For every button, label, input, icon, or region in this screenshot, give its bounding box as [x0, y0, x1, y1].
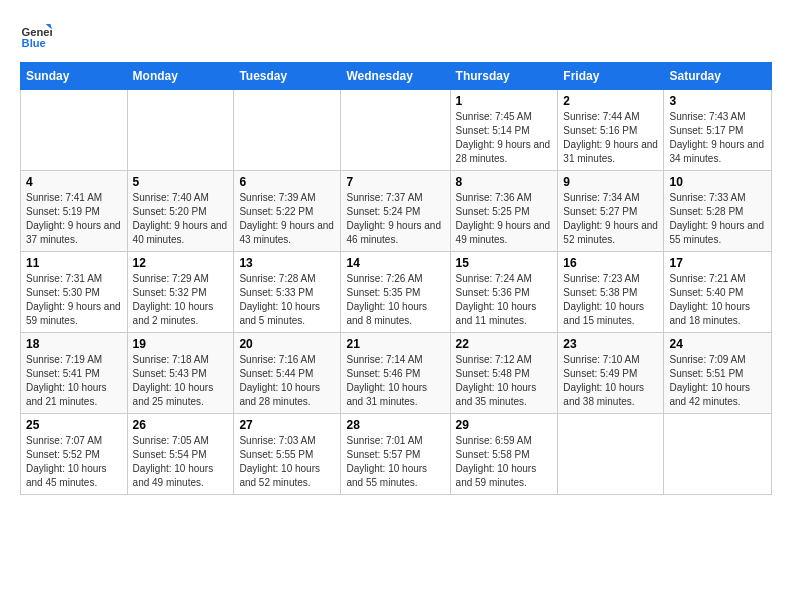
day-cell: 17Sunrise: 7:21 AMSunset: 5:40 PMDayligh… — [664, 252, 772, 333]
day-info: Sunrise: 7:29 AMSunset: 5:32 PMDaylight:… — [133, 272, 229, 328]
day-cell: 26Sunrise: 7:05 AMSunset: 5:54 PMDayligh… — [127, 414, 234, 495]
day-cell: 7Sunrise: 7:37 AMSunset: 5:24 PMDaylight… — [341, 171, 450, 252]
week-row-2: 4Sunrise: 7:41 AMSunset: 5:19 PMDaylight… — [21, 171, 772, 252]
day-cell: 1Sunrise: 7:45 AMSunset: 5:14 PMDaylight… — [450, 90, 558, 171]
day-info: Sunrise: 7:41 AMSunset: 5:19 PMDaylight:… — [26, 191, 122, 247]
day-cell — [341, 90, 450, 171]
day-info: Sunrise: 7:09 AMSunset: 5:51 PMDaylight:… — [669, 353, 766, 409]
day-cell — [664, 414, 772, 495]
day-cell: 13Sunrise: 7:28 AMSunset: 5:33 PMDayligh… — [234, 252, 341, 333]
day-info: Sunrise: 7:23 AMSunset: 5:38 PMDaylight:… — [563, 272, 658, 328]
day-info: Sunrise: 7:31 AMSunset: 5:30 PMDaylight:… — [26, 272, 122, 328]
day-number: 26 — [133, 418, 229, 432]
week-row-4: 18Sunrise: 7:19 AMSunset: 5:41 PMDayligh… — [21, 333, 772, 414]
day-cell: 9Sunrise: 7:34 AMSunset: 5:27 PMDaylight… — [558, 171, 664, 252]
day-info: Sunrise: 7:19 AMSunset: 5:41 PMDaylight:… — [26, 353, 122, 409]
day-number: 19 — [133, 337, 229, 351]
header-cell-sunday: Sunday — [21, 63, 128, 90]
header-row: SundayMondayTuesdayWednesdayThursdayFrid… — [21, 63, 772, 90]
week-row-3: 11Sunrise: 7:31 AMSunset: 5:30 PMDayligh… — [21, 252, 772, 333]
week-row-1: 1Sunrise: 7:45 AMSunset: 5:14 PMDaylight… — [21, 90, 772, 171]
day-number: 11 — [26, 256, 122, 270]
day-number: 7 — [346, 175, 444, 189]
calendar-body: 1Sunrise: 7:45 AMSunset: 5:14 PMDaylight… — [21, 90, 772, 495]
day-number: 2 — [563, 94, 658, 108]
day-cell: 18Sunrise: 7:19 AMSunset: 5:41 PMDayligh… — [21, 333, 128, 414]
calendar-table: SundayMondayTuesdayWednesdayThursdayFrid… — [20, 62, 772, 495]
day-cell: 15Sunrise: 7:24 AMSunset: 5:36 PMDayligh… — [450, 252, 558, 333]
page-header: General Blue — [20, 20, 772, 52]
day-cell: 28Sunrise: 7:01 AMSunset: 5:57 PMDayligh… — [341, 414, 450, 495]
day-info: Sunrise: 7:43 AMSunset: 5:17 PMDaylight:… — [669, 110, 766, 166]
day-info: Sunrise: 6:59 AMSunset: 5:58 PMDaylight:… — [456, 434, 553, 490]
day-info: Sunrise: 7:12 AMSunset: 5:48 PMDaylight:… — [456, 353, 553, 409]
day-cell: 14Sunrise: 7:26 AMSunset: 5:35 PMDayligh… — [341, 252, 450, 333]
svg-text:Blue: Blue — [22, 37, 46, 49]
day-number: 8 — [456, 175, 553, 189]
day-cell: 11Sunrise: 7:31 AMSunset: 5:30 PMDayligh… — [21, 252, 128, 333]
day-cell: 20Sunrise: 7:16 AMSunset: 5:44 PMDayligh… — [234, 333, 341, 414]
header-cell-wednesday: Wednesday — [341, 63, 450, 90]
day-number: 21 — [346, 337, 444, 351]
day-cell — [21, 90, 128, 171]
day-info: Sunrise: 7:44 AMSunset: 5:16 PMDaylight:… — [563, 110, 658, 166]
day-number: 15 — [456, 256, 553, 270]
logo: General Blue — [20, 20, 56, 52]
day-info: Sunrise: 7:40 AMSunset: 5:20 PMDaylight:… — [133, 191, 229, 247]
day-number: 29 — [456, 418, 553, 432]
day-info: Sunrise: 7:18 AMSunset: 5:43 PMDaylight:… — [133, 353, 229, 409]
day-cell — [558, 414, 664, 495]
header-cell-tuesday: Tuesday — [234, 63, 341, 90]
day-number: 4 — [26, 175, 122, 189]
day-number: 24 — [669, 337, 766, 351]
day-cell: 19Sunrise: 7:18 AMSunset: 5:43 PMDayligh… — [127, 333, 234, 414]
day-info: Sunrise: 7:03 AMSunset: 5:55 PMDaylight:… — [239, 434, 335, 490]
day-cell: 16Sunrise: 7:23 AMSunset: 5:38 PMDayligh… — [558, 252, 664, 333]
header-cell-thursday: Thursday — [450, 63, 558, 90]
day-info: Sunrise: 7:28 AMSunset: 5:33 PMDaylight:… — [239, 272, 335, 328]
day-cell: 21Sunrise: 7:14 AMSunset: 5:46 PMDayligh… — [341, 333, 450, 414]
day-info: Sunrise: 7:26 AMSunset: 5:35 PMDaylight:… — [346, 272, 444, 328]
day-number: 22 — [456, 337, 553, 351]
day-cell: 5Sunrise: 7:40 AMSunset: 5:20 PMDaylight… — [127, 171, 234, 252]
day-info: Sunrise: 7:39 AMSunset: 5:22 PMDaylight:… — [239, 191, 335, 247]
header-cell-monday: Monday — [127, 63, 234, 90]
day-cell: 25Sunrise: 7:07 AMSunset: 5:52 PMDayligh… — [21, 414, 128, 495]
day-cell: 12Sunrise: 7:29 AMSunset: 5:32 PMDayligh… — [127, 252, 234, 333]
day-cell: 2Sunrise: 7:44 AMSunset: 5:16 PMDaylight… — [558, 90, 664, 171]
day-info: Sunrise: 7:37 AMSunset: 5:24 PMDaylight:… — [346, 191, 444, 247]
day-cell: 6Sunrise: 7:39 AMSunset: 5:22 PMDaylight… — [234, 171, 341, 252]
day-cell: 29Sunrise: 6:59 AMSunset: 5:58 PMDayligh… — [450, 414, 558, 495]
week-row-5: 25Sunrise: 7:07 AMSunset: 5:52 PMDayligh… — [21, 414, 772, 495]
day-info: Sunrise: 7:33 AMSunset: 5:28 PMDaylight:… — [669, 191, 766, 247]
day-cell: 8Sunrise: 7:36 AMSunset: 5:25 PMDaylight… — [450, 171, 558, 252]
day-cell: 3Sunrise: 7:43 AMSunset: 5:17 PMDaylight… — [664, 90, 772, 171]
day-cell: 4Sunrise: 7:41 AMSunset: 5:19 PMDaylight… — [21, 171, 128, 252]
svg-text:General: General — [22, 26, 52, 38]
day-number: 28 — [346, 418, 444, 432]
day-info: Sunrise: 7:05 AMSunset: 5:54 PMDaylight:… — [133, 434, 229, 490]
day-number: 23 — [563, 337, 658, 351]
day-info: Sunrise: 7:16 AMSunset: 5:44 PMDaylight:… — [239, 353, 335, 409]
day-info: Sunrise: 7:07 AMSunset: 5:52 PMDaylight:… — [26, 434, 122, 490]
day-number: 6 — [239, 175, 335, 189]
day-info: Sunrise: 7:34 AMSunset: 5:27 PMDaylight:… — [563, 191, 658, 247]
day-info: Sunrise: 7:10 AMSunset: 5:49 PMDaylight:… — [563, 353, 658, 409]
header-cell-friday: Friday — [558, 63, 664, 90]
day-number: 17 — [669, 256, 766, 270]
day-cell: 10Sunrise: 7:33 AMSunset: 5:28 PMDayligh… — [664, 171, 772, 252]
calendar-header: SundayMondayTuesdayWednesdayThursdayFrid… — [21, 63, 772, 90]
day-info: Sunrise: 7:21 AMSunset: 5:40 PMDaylight:… — [669, 272, 766, 328]
day-number: 18 — [26, 337, 122, 351]
day-cell: 24Sunrise: 7:09 AMSunset: 5:51 PMDayligh… — [664, 333, 772, 414]
day-number: 10 — [669, 175, 766, 189]
header-cell-saturday: Saturday — [664, 63, 772, 90]
day-cell — [234, 90, 341, 171]
day-number: 16 — [563, 256, 658, 270]
day-number: 27 — [239, 418, 335, 432]
day-cell — [127, 90, 234, 171]
day-number: 25 — [26, 418, 122, 432]
day-info: Sunrise: 7:01 AMSunset: 5:57 PMDaylight:… — [346, 434, 444, 490]
day-number: 9 — [563, 175, 658, 189]
day-number: 1 — [456, 94, 553, 108]
